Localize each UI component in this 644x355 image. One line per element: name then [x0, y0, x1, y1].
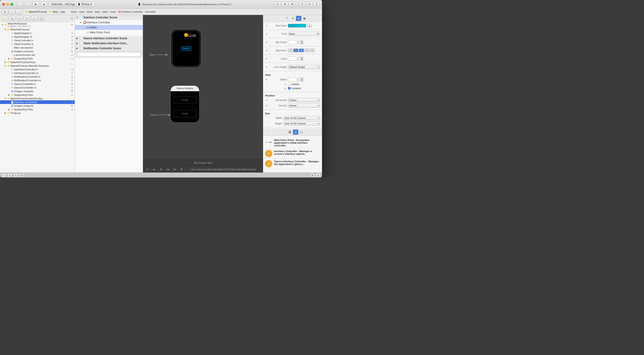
tree-item-appdelegate-h[interactable]: h AppDelegate.h A [0, 31, 75, 35]
add-min-scale-btn[interactable]: + [265, 41, 268, 44]
nav-search-btn[interactable]: 🔍 [9, 16, 16, 21]
warning-btn[interactable]: ⊟ [20, 174, 24, 177]
min-scale-up[interactable]: ▲ [300, 40, 304, 42]
tree-item-extension[interactable]: ▼ 📁 WatchKitTutorial WatchKit Extension [0, 64, 75, 68]
add-alignment-btn[interactable]: + [265, 49, 268, 52]
min-scale-down[interactable]: ▼ [300, 42, 304, 44]
height-select[interactable]: Size To Fit Content ▾ [284, 122, 320, 126]
close-button[interactable] [2, 3, 5, 6]
tree-item-viewcontroller-h[interactable]: h ViewController.h A [0, 38, 75, 42]
editor-standard-button[interactable]: ⊟ [274, 2, 281, 7]
nav-report-btn[interactable]: 💬 [38, 16, 44, 21]
pause-btn[interactable]: ⏸ [158, 167, 164, 172]
add-lines-btn[interactable]: + [265, 57, 268, 60]
tree-item-tests[interactable]: ▶ 📁 WatchKitTutorialTests [0, 60, 75, 64]
add-horizontal-btn[interactable]: + [265, 98, 268, 102]
tree-item-viewcontroller-m[interactable]: m ViewController.m A [0, 42, 75, 46]
tab-attributes[interactable]: ◎ [296, 16, 301, 21]
tab-identity[interactable]: ⟲ [290, 16, 296, 21]
tree-item-ext-images[interactable]: 🖼 Images.xcassets M [0, 90, 75, 93]
nav-breakpoint-btn[interactable]: ⬡ [31, 16, 37, 21]
activity-btn[interactable]: ⧖ [8, 174, 12, 177]
tree-item-nc-h[interactable]: h NotificationController.h A [0, 75, 75, 78]
alpha-down[interactable]: ▼ [300, 80, 304, 82]
align-natural-btn[interactable]: ≡ [310, 48, 315, 52]
width-select[interactable]: Size To Fit Content ▾ [284, 116, 320, 120]
next-frame-btn[interactable]: ⏭ [172, 167, 178, 172]
scheme-selector[interactable]: WatchKit…hKit App › 📱 iPhone 5 [49, 2, 95, 6]
tree-item-images-xcassets[interactable]: 🖼 Images.xcassets M [0, 50, 75, 53]
hidden-checkbox[interactable] [288, 83, 291, 86]
font-select[interactable]: Body T▾ [288, 32, 320, 36]
scene-item-glance-scene[interactable]: ▶ 📄 Glance Interface Controller Scene [75, 36, 143, 41]
text-color-swatch[interactable] [288, 24, 306, 28]
alpha-input[interactable] [288, 78, 299, 82]
horizontal-select[interactable]: Center ▾ [288, 98, 320, 102]
scene-item-ic[interactable]: ▼ ⭕ Interface Controller [75, 20, 143, 25]
scene-item-main-entry[interactable]: ⊙ Main Entry Point [75, 30, 143, 35]
canvas-area[interactable]: Main 12:00 Hello! [143, 15, 263, 159]
grid-btn[interactable]: ⊞ [310, 174, 314, 177]
stop-button[interactable]: ■ [41, 2, 47, 7]
nav-code-btn[interactable]: { } [24, 16, 30, 21]
bc-lbl-hello[interactable]: Lbl Hello! [145, 10, 156, 13]
tree-item-nc-m[interactable]: m NotificationController.m A [0, 78, 75, 82]
back-button[interactable]: ‹ [17, 2, 24, 7]
tree-item-launchscreen-xib[interactable]: 📄 LaunchScreen.xib A [0, 53, 75, 57]
nav-folder-btn[interactable]: 📁 [2, 16, 8, 21]
utilities-toggle[interactable]: ⊡ [314, 2, 320, 7]
tree-item-watchkittutorial[interactable]: ▼ 📁 WatchKitTutorial [0, 28, 75, 31]
add-installed-btn[interactable]: + [284, 87, 286, 90]
bc-interfoard[interactable]: 📄 Interf…oard [68, 10, 84, 13]
scene-item-static-notif[interactable]: ▶ 📄 Static Notification Interface Cont..… [75, 41, 143, 46]
alpha-up[interactable]: ▲ [300, 78, 304, 80]
line-height-select[interactable]: Default Height ▾ [288, 65, 320, 69]
tree-item-gc-m[interactable]: m GlanceController.m A [0, 86, 75, 90]
lines-up[interactable]: ▲ [300, 57, 304, 58]
prev-btn[interactable]: ‹ [8, 9, 15, 14]
tree-item-supporting-files-1[interactable]: ▶ 📁 Supporting Files A [0, 57, 75, 60]
align-justify-btn[interactable]: ☰ [299, 48, 304, 52]
tree-item-ic-m[interactable]: m InterfaceController.m A [0, 71, 75, 75]
obj-tab-media[interactable]: 🖼 [287, 130, 292, 134]
bc-interfcene[interactable]: Interf…cene [102, 10, 116, 13]
bc-watcapp[interactable]: 📁 Watc…App [49, 10, 65, 13]
add-vertical-btn[interactable]: + [265, 104, 268, 107]
tree-item-gc-h[interactable]: h GlanceController.h A [0, 82, 75, 86]
add-alpha-btn[interactable]: + [265, 78, 268, 81]
refresh-btn[interactable]: ↻ [145, 167, 150, 172]
storyboard-canvas[interactable]: Main 12:00 Hello! [143, 15, 263, 172]
play-btn[interactable]: ▶ [152, 167, 157, 172]
obj-tab-snippets[interactable]: { } [299, 130, 304, 134]
add-text-color-btn[interactable]: + [265, 24, 268, 27]
tab-size[interactable]: ▦ [302, 16, 307, 21]
minimize-button[interactable] [6, 3, 9, 6]
zoom-in-btn[interactable]: ⊙ [316, 174, 320, 177]
tree-item-ic-h[interactable]: h InterfaceController.h A [0, 68, 75, 71]
tree-item-appdelegate-m[interactable]: m AppDelegate.m A [0, 35, 75, 38]
run-button[interactable]: ▶ [33, 2, 39, 7]
add-line-height-btn[interactable]: + [265, 65, 268, 68]
upload-btn[interactable]: ⬆ [179, 167, 184, 172]
tree-item-root[interactable]: ▼ 📁 WatchKitTutorial 4 targets, iOS SDK … [0, 22, 75, 28]
next-btn[interactable]: › [16, 9, 22, 14]
scene-search-input[interactable] [77, 52, 141, 57]
align-center-btn[interactable]: ≡ [294, 48, 298, 52]
debug-toggle[interactable]: ⊡ [306, 2, 312, 7]
lines-input[interactable] [288, 56, 299, 60]
error-btn[interactable]: ✕ [14, 174, 18, 177]
lines-down[interactable]: ▼ [300, 59, 304, 60]
scene-item-notif-scene[interactable]: ▶ 📄 Notification Controller Scene [75, 46, 143, 51]
maximize-button[interactable] [10, 3, 13, 6]
scene-item-hello[interactable]: LBL Hello! [75, 25, 143, 30]
obj-tab-file[interactable]: 📄 [281, 130, 286, 134]
installed-checkbox[interactable]: ✓ [288, 87, 291, 90]
navigator-toggle[interactable]: ⊡ [299, 2, 305, 7]
tree-item-main-storyboard[interactable]: 📄 Main.storyboard A [0, 46, 75, 50]
tree-item-interface-storyboard[interactable]: 📄 Interface.storyboard A [0, 100, 75, 104]
add-font-btn[interactable]: + [265, 32, 268, 36]
align-left-btn[interactable]: ≡ [288, 48, 293, 52]
tab-help[interactable]: ? [284, 16, 290, 21]
prev-frame-btn[interactable]: ⏮ [165, 167, 171, 172]
tree-item-ext-supporting[interactable]: ▶ 📁 Supporting Files A [0, 93, 75, 97]
